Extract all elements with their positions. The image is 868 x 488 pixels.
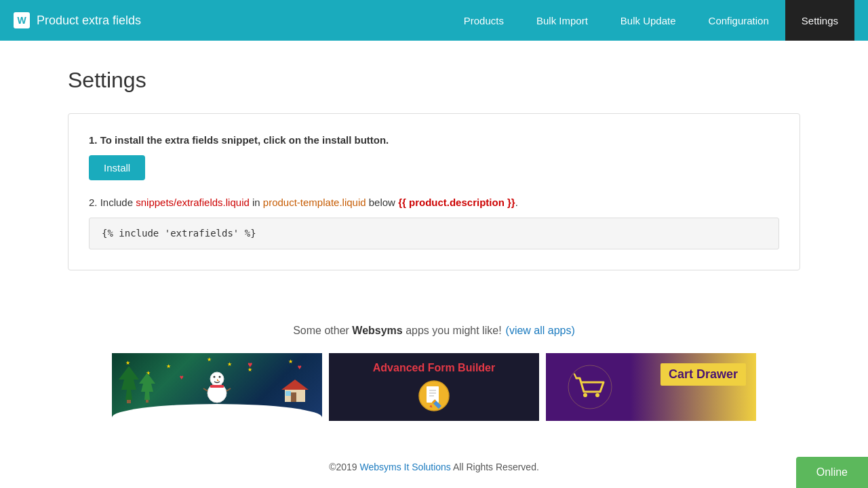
heart-3: ♥ (248, 360, 252, 369)
app-cards: ★ ★ ★ ★ ★ ★ ★ ♥ ♥ ♥ (95, 353, 773, 421)
form-builder-title: Advanced Form Builder (373, 362, 495, 374)
form-builder-icon (418, 380, 450, 412)
app-header: W Product extra fields Products Bulk Imp… (0, 0, 868, 41)
footer-rights: All Rights Reserved. (451, 462, 539, 472)
svg-line-11 (226, 388, 231, 391)
logo-text: Product extra fields (37, 14, 141, 28)
cart-drawer-title: Cart Drawer (669, 367, 738, 381)
main-content: Settings 1. To install the extra fields … (27, 41, 841, 325)
svg-marker-0 (119, 366, 139, 400)
code-snippet: {% include 'extrafields' %} (102, 228, 256, 239)
nav-configuration[interactable]: Configuration (692, 0, 785, 41)
svg-rect-3 (146, 400, 149, 403)
main-nav: Products Bulk Import Bulk Update Configu… (448, 0, 854, 41)
svg-point-25 (583, 393, 587, 397)
view-all-link[interactable]: (view all apps) (506, 325, 575, 336)
star-5: ★ (288, 359, 293, 365)
svg-rect-1 (127, 400, 131, 403)
house (281, 376, 309, 406)
svg-point-24 (568, 365, 612, 409)
star-3: ★ (207, 357, 212, 363)
footer-company-link[interactable]: Websyms It Solutions (360, 462, 451, 472)
svg-rect-15 (285, 391, 291, 396)
step2-period: . (515, 197, 518, 208)
nav-bulk-import[interactable]: Bulk Import (520, 0, 604, 41)
settings-card: 1. To install the extra fields snippet, … (68, 113, 800, 270)
snowman (200, 363, 234, 406)
app-logo: W Product extra fields (14, 12, 448, 28)
svg-point-7 (219, 376, 221, 378)
svg-rect-9 (210, 385, 224, 388)
page-title: Settings (68, 68, 800, 93)
footer-copyright: ©2019 (329, 462, 359, 472)
step1-label: 1. To install the extra fields snippet, … (89, 134, 389, 146)
promo-section: Some other Websyms apps you might like!(… (0, 325, 868, 448)
footer: ©2019 Websyms It Solutions All Rights Re… (0, 448, 868, 486)
heart-1: ♥ (298, 363, 302, 371)
app-card-form-builder[interactable]: Advanced Form Builder (329, 353, 539, 421)
tree-left (119, 366, 139, 406)
step2-tag: {{ product.description }} (398, 197, 515, 208)
step2-prefix: 2. Include (89, 197, 136, 208)
online-badge[interactable]: Online (796, 457, 868, 486)
star-2: ★ (166, 363, 171, 369)
svg-line-10 (203, 388, 208, 391)
promo-title: Some other Websyms apps you might like!(… (14, 325, 854, 337)
code-block: {% include 'extrafields' %} (89, 218, 779, 249)
template-link[interactable]: product-template.liquid (263, 197, 366, 208)
tree-left2 (139, 373, 155, 406)
app-card-holiday[interactable]: ★ ★ ★ ★ ★ ★ ★ ♥ ♥ ♥ (112, 353, 322, 421)
svg-marker-12 (281, 380, 309, 390)
step2-in: in (250, 197, 263, 208)
heart-2: ♥ (180, 373, 184, 381)
svg-marker-2 (139, 373, 155, 400)
logo-icon: W (14, 12, 30, 28)
app-card-cart-drawer[interactable]: Cart Drawer (546, 353, 756, 421)
svg-rect-17 (427, 386, 439, 403)
svg-point-26 (595, 393, 599, 397)
promo-suffix: apps you might like! (403, 325, 502, 336)
step2-text: 2. Include snippets/extrafields.liquid i… (89, 197, 779, 208)
step1-text: 1. To install the extra fields snippet, … (89, 134, 779, 146)
install-button[interactable]: Install (89, 155, 145, 180)
cart-icon (566, 363, 614, 411)
snippet-link[interactable]: snippets/extrafields.liquid (136, 197, 250, 208)
svg-point-6 (214, 376, 216, 378)
svg-rect-14 (291, 392, 296, 402)
step2-below: below (366, 197, 399, 208)
star-1: ★ (125, 360, 130, 366)
promo-brand: Websyms (352, 325, 402, 336)
nav-bulk-update[interactable]: Bulk Update (604, 0, 692, 41)
cart-drawer-label-bg: Cart Drawer (660, 363, 746, 386)
svg-line-27 (574, 374, 576, 378)
cart-icon-wrap (566, 363, 614, 411)
nav-products[interactable]: Products (448, 0, 520, 41)
promo-prefix: Some other (293, 325, 352, 336)
nav-settings[interactable]: Settings (785, 0, 854, 41)
